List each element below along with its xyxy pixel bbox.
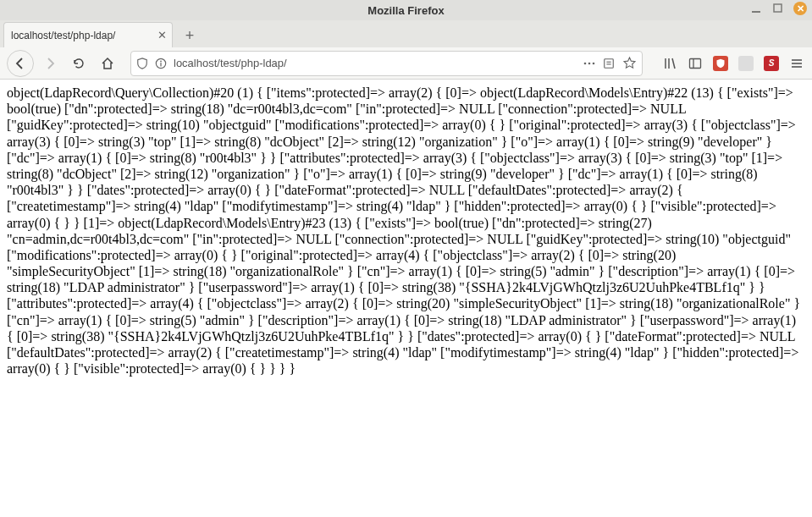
php-var-dump: object(LdapRecord\Query\Collection)#20 (… — [7, 85, 800, 376]
svg-rect-0 — [752, 11, 760, 13]
svg-point-7 — [593, 62, 595, 64]
browser-tab[interactable]: localhost/test/php-ldap/ ✕ — [3, 22, 173, 47]
svg-point-6 — [588, 62, 591, 64]
window-title: Mozilla Firefox — [367, 4, 444, 17]
menu-icon[interactable] — [788, 55, 805, 72]
shield-icon[interactable] — [136, 58, 150, 69]
reader-mode-icon[interactable] — [603, 58, 616, 69]
svg-point-3 — [160, 60, 162, 62]
tab-title: localhost/test/php-ldap/ — [11, 30, 115, 41]
svg-point-5 — [584, 62, 587, 64]
reload-button[interactable] — [66, 51, 91, 76]
minimize-button[interactable] — [749, 2, 763, 15]
library-icon[interactable] — [661, 55, 678, 72]
maximize-button[interactable] — [771, 2, 785, 15]
svg-rect-14 — [690, 58, 701, 68]
svg-rect-8 — [605, 58, 614, 68]
svg-rect-4 — [160, 63, 161, 66]
info-icon[interactable] — [155, 58, 168, 69]
url-bar[interactable]: localhost/test/php-ldap/ — [130, 51, 643, 76]
new-tab-button[interactable]: + — [178, 24, 202, 47]
tab-bar: localhost/test/php-ldap/ ✕ + — [0, 20, 812, 47]
svg-line-13 — [672, 58, 675, 69]
back-button[interactable] — [7, 50, 34, 77]
tab-close-icon[interactable]: ✕ — [157, 29, 167, 41]
close-button[interactable]: ✕ — [793, 2, 807, 15]
window-titlebar: Mozilla Firefox ✕ — [0, 0, 812, 20]
svg-rect-1 — [774, 4, 782, 12]
bookmark-star-icon[interactable] — [623, 57, 637, 69]
noscript-icon[interactable]: S — [763, 55, 780, 72]
ublock-icon[interactable] — [712, 55, 729, 72]
extension-icon[interactable] — [737, 55, 754, 72]
ellipsis-icon[interactable] — [583, 57, 596, 70]
home-button[interactable] — [95, 51, 120, 76]
page-content: object(LdapRecord\Query\Collection)#20 (… — [0, 80, 812, 382]
sidebar-icon[interactable] — [687, 55, 704, 72]
toolbar: localhost/test/php-ldap/ S — [0, 47, 812, 80]
forward-button — [37, 51, 63, 76]
url-text: localhost/test/php-ldap/ — [174, 57, 577, 69]
